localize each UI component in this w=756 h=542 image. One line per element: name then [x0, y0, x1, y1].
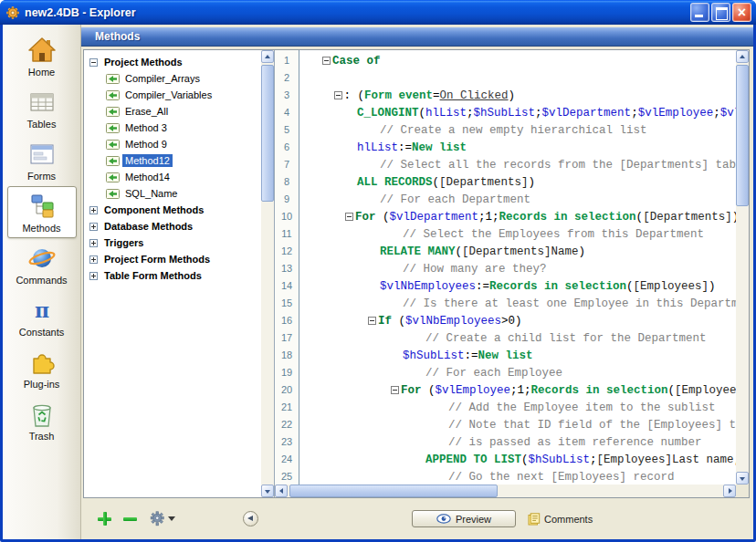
- expander-plus-icon[interactable]: [89, 206, 98, 214]
- code-scrollbar-thumb[interactable]: [736, 65, 749, 206]
- tree-item-triggers[interactable]: Triggers: [84, 235, 261, 251]
- code-token-cmt: // Is there at least one Employee in thi…: [403, 297, 736, 310]
- sidebar-item-commands[interactable]: Commands: [7, 238, 77, 290]
- fold-minus-icon[interactable]: [368, 317, 376, 325]
- sidebar-item-label: Constants: [19, 327, 65, 338]
- code-token-pl: (: [668, 384, 676, 397]
- code-editor[interactable]: Case of: (Form event=On Clicked)C_LONGIN…: [299, 50, 736, 485]
- sidebar-item-label: Tables: [27, 119, 57, 130]
- tree-item-label: Compiler_Variables: [122, 89, 215, 101]
- delete-method-button[interactable]: [123, 512, 137, 526]
- tables-icon: [27, 87, 57, 118]
- expander-plus-icon[interactable]: [89, 223, 98, 231]
- sidebar-item-constants[interactable]: πConstants: [7, 290, 77, 342]
- minimize-button[interactable]: [690, 3, 709, 22]
- tree-item-compiler-arrays[interactable]: Compiler_Arrays: [84, 70, 261, 87]
- code-vertical-scrollbar[interactable]: [736, 50, 749, 485]
- code-scrollbar-track[interactable]: [736, 63, 749, 472]
- tree-item-label: Compiler_Arrays: [122, 72, 203, 85]
- trash-icon: [27, 399, 57, 430]
- tree-item-method12[interactable]: Method12: [84, 152, 261, 169]
- code-token-cmt: // For each Department: [380, 193, 530, 206]
- code-token-var: $vlDepartment: [542, 107, 632, 120]
- code-horizontal-scrollbar[interactable]: [275, 485, 736, 497]
- method-icon: [106, 188, 120, 200]
- expander-minus-icon[interactable]: [89, 58, 98, 67]
- line-number: 5: [275, 121, 299, 139]
- methods-tree: Project MethodsCompiler_ArraysCompiler_V…: [84, 50, 261, 497]
- scroll-right-icon[interactable]: [723, 485, 736, 497]
- hscrollbar-thumb[interactable]: [289, 485, 498, 497]
- scroll-down-icon[interactable]: [261, 485, 274, 497]
- code-token-var: $hSubList: [403, 349, 465, 362]
- preview-button[interactable]: Preview: [412, 510, 516, 527]
- tree-item-method14[interactable]: Method14: [84, 169, 261, 185]
- tree-scrollbar-thumb[interactable]: [261, 65, 274, 202]
- sidebar-item-home[interactable]: Home: [7, 30, 77, 82]
- scroll-up-icon[interactable]: [261, 50, 274, 63]
- fold-minus-icon[interactable]: [391, 386, 399, 394]
- add-method-button[interactable]: [98, 512, 111, 526]
- expander-plus-icon[interactable]: [89, 272, 98, 280]
- fold-minus-icon[interactable]: [322, 57, 331, 65]
- tree-item-compiler-variables[interactable]: Compiler_Variables: [84, 87, 261, 103]
- collapse-panel-button[interactable]: [243, 511, 258, 526]
- code-token-pl: ;: [535, 107, 542, 120]
- sidebar-item-trash[interactable]: Trash: [7, 394, 77, 446]
- fold-minus-icon[interactable]: [345, 213, 353, 221]
- code-token-tbl: [Employees]: [675, 384, 736, 397]
- code-token-pl: (: [419, 107, 426, 120]
- section-header: Methods: [81, 27, 753, 47]
- tree-item-database-methods[interactable]: Database Methods: [84, 218, 261, 235]
- window-controls: [690, 3, 751, 22]
- tree-item-method-3[interactable]: Method 3: [84, 120, 261, 136]
- tree-item-project-form-methods[interactable]: Project Form Methods: [84, 251, 261, 267]
- sidebar-item-plug-ins[interactable]: Plug-ins: [7, 342, 77, 394]
- constants-icon: π: [27, 295, 57, 326]
- hscrollbar-track[interactable]: [288, 485, 723, 497]
- method-icon: [106, 73, 120, 85]
- svg-text:π: π: [34, 298, 48, 322]
- code-line: $hSubList:=New list: [299, 347, 736, 364]
- options-menu-button[interactable]: [149, 511, 175, 526]
- code-token-pl: : (: [344, 89, 365, 102]
- eye-icon: [436, 514, 451, 524]
- scroll-up-icon[interactable]: [736, 50, 749, 63]
- sidebar-item-forms[interactable]: Forms: [7, 134, 77, 186]
- expander-plus-icon[interactable]: [89, 239, 98, 247]
- code-token-pl: ;: [590, 453, 597, 466]
- close-button[interactable]: [732, 3, 751, 22]
- code-token-tbl: [Employees]Last name: [597, 453, 734, 466]
- line-number: 12: [275, 243, 299, 260]
- tree-item-table-form-methods[interactable]: Table Form Methods: [84, 267, 261, 284]
- maximize-button[interactable]: [711, 3, 730, 22]
- code-token-cmd: Records in selection: [531, 384, 668, 397]
- tree-item-erase-all[interactable]: Erase_All: [84, 103, 261, 120]
- tree-item-method-9[interactable]: Method 9: [84, 136, 261, 152]
- line-number: 4: [275, 104, 299, 121]
- sidebar-item-methods[interactable]: Methods: [7, 186, 77, 238]
- code-token-kw: If: [378, 315, 392, 328]
- code-line: hlList:=New list: [299, 139, 736, 156]
- code-token-var: $vlDepartment: [390, 211, 479, 224]
- sidebar-item-tables[interactable]: Tables: [7, 82, 77, 134]
- tree-vertical-scrollbar[interactable]: [261, 50, 274, 497]
- method-icon: [106, 106, 120, 118]
- titlebar[interactable]: new2.4DB - Explorer: [0, 0, 756, 25]
- scroll-down-icon[interactable]: [736, 472, 749, 485]
- tree-item-label: Component Methods: [101, 203, 206, 216]
- code-line: // is passed as item reference number: [299, 433, 736, 451]
- expander-plus-icon[interactable]: [89, 255, 98, 264]
- tree-scrollbar-track[interactable]: [261, 63, 274, 485]
- tree-item-sql-name[interactable]: SQL_Name: [84, 185, 261, 202]
- scroll-left-icon[interactable]: [275, 485, 288, 497]
- tree-item-project-methods[interactable]: Project Methods: [84, 54, 261, 70]
- line-number: 10: [275, 208, 299, 225]
- fold-minus-icon[interactable]: [334, 91, 342, 99]
- tree-item-component-methods[interactable]: Component Methods: [84, 202, 261, 218]
- line-number: 6: [275, 139, 299, 156]
- code-line: // Go the next [Employees] record: [299, 468, 736, 485]
- comments-button[interactable]: Comments: [528, 513, 593, 526]
- code-token-var: $vlNbEmployees: [380, 280, 476, 293]
- code-token-pl: (: [636, 211, 644, 224]
